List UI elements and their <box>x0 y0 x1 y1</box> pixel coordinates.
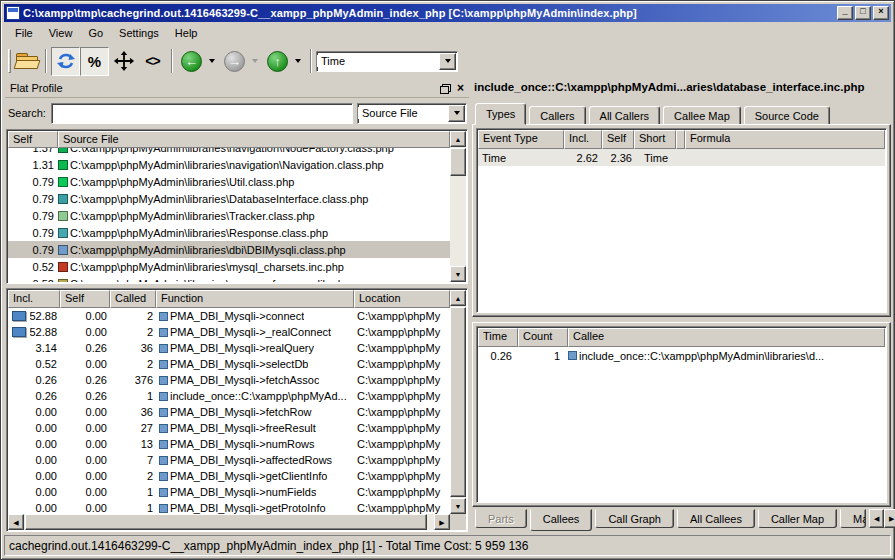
function-row[interactable]: 0.000.001PMA_DBI_Mysqli->numFieldsC:\xam… <box>8 484 450 500</box>
dock-float-icon[interactable] <box>442 84 451 92</box>
source-file-row[interactable]: 1.31C:\xampp\phpMyAdmin\libraries\naviga… <box>8 156 450 173</box>
function-table-horizontal-scrollbar[interactable]: ◀ ▶ <box>8 514 450 530</box>
source-file-row[interactable]: 0.79C:\xampp\phpMyAdmin\libraries\Util.c… <box>8 173 450 190</box>
source-file-row[interactable]: 0.79C:\xampp\phpMyAdmin\libraries\Databa… <box>8 190 450 207</box>
scroll-thumb[interactable] <box>25 514 427 530</box>
menu-file[interactable]: File <box>7 24 41 42</box>
function-row[interactable]: 0.520.002PMA_DBI_Mysqli->selectDbC:\xamp… <box>8 356 450 372</box>
column-header-self[interactable]: Self <box>8 131 58 148</box>
column-header-time[interactable]: Time <box>478 328 518 347</box>
scroll-down-button[interactable]: ▼ <box>450 266 466 282</box>
up-dropdown-arrow[interactable] <box>295 59 301 63</box>
back-button[interactable]: ← <box>177 47 206 76</box>
scroll-thumb[interactable] <box>450 307 466 497</box>
menu-help[interactable]: Help <box>167 24 206 42</box>
scroll-right-button[interactable]: ▶ <box>434 514 450 530</box>
tab-all-callees[interactable]: All Callees <box>677 509 755 528</box>
tab-call-graph[interactable]: Call Graph <box>595 509 674 528</box>
event-type-combobox[interactable]: Time <box>316 51 458 72</box>
forward-button[interactable]: → <box>220 47 249 76</box>
app-icon[interactable] <box>6 6 20 20</box>
function-icon <box>159 328 168 337</box>
scroll-up-button[interactable]: ▲ <box>450 131 466 147</box>
source-file-row[interactable]: 0.79C:\xampp\phpMyAdmin\libraries\Respon… <box>8 224 450 241</box>
file-color-icon <box>58 194 68 204</box>
search-input[interactable] <box>51 103 353 124</box>
callee-row[interactable]: 0.26 1 include_once::C:\xampp\phpMyAdmin… <box>478 347 885 364</box>
function-row[interactable]: 0.000.007PMA_DBI_Mysqli->affectedRowsC:\… <box>8 452 450 468</box>
callees-tab-panel: Time Count Callee 0.26 1 include_once::C… <box>472 322 891 507</box>
function-row[interactable]: 0.260.26376PMA_DBI_Mysqli->fetchAssocC:\… <box>8 372 450 388</box>
event-type-row[interactable]: Time 2.62 2.36 Time <box>478 149 885 166</box>
column-header-function[interactable]: Function <box>156 290 354 308</box>
tab-source-code[interactable]: Source Code <box>744 106 830 125</box>
column-header-location[interactable]: Location <box>354 290 450 308</box>
function-icon <box>159 424 168 433</box>
column-header-count[interactable]: Count <box>518 328 568 347</box>
scroll-left-button[interactable]: ◀ <box>8 514 24 530</box>
grouping-combobox[interactable]: Source File <box>357 103 467 124</box>
column-header-called[interactable]: Called <box>110 290 156 308</box>
column-header-short[interactable]: Short <box>634 130 676 149</box>
tab-scroll-left-button[interactable]: ◀ <box>869 509 884 528</box>
menu-view[interactable]: View <box>41 24 81 42</box>
scroll-up-button[interactable]: ▲ <box>450 290 466 306</box>
function-row[interactable]: 0.000.001PMA_DBI_Mysqli->getProtoInfoC:\… <box>8 500 450 514</box>
column-header-incl[interactable]: Incl. <box>564 130 602 149</box>
column-header-self[interactable]: Self <box>60 290 110 308</box>
column-header-callee[interactable]: Callee <box>568 328 885 347</box>
dock-close-icon[interactable]: × <box>457 82 464 94</box>
toolbar-grip[interactable] <box>8 49 11 73</box>
column-header-event-type[interactable]: Event Type <box>478 130 564 149</box>
file-color-icon <box>58 245 68 255</box>
grouping-combobox-button[interactable] <box>448 105 465 122</box>
function-row[interactable]: 3.140.2636PMA_DBI_Mysqli->realQueryC:\xa… <box>8 340 450 356</box>
function-table-vertical-scrollbar[interactable]: ▲ ▼ <box>450 290 466 514</box>
tab-types[interactable]: Types <box>475 103 526 125</box>
function-row[interactable]: 52.880.002PMA_DBI_Mysqli->_realConnectC:… <box>8 324 450 340</box>
expand-button[interactable]: <> <box>138 47 167 76</box>
tab-callees[interactable]: Callees <box>530 509 593 531</box>
column-header-self[interactable]: Self <box>602 130 634 149</box>
function-name: PMA_DBI_Mysqli->selectDb <box>170 358 308 370</box>
tab-callee-map[interactable]: Callee Map <box>663 106 741 125</box>
menu-go[interactable]: Go <box>80 24 111 42</box>
maximize-button[interactable]: □ <box>855 6 871 20</box>
function-row[interactable]: 0.000.002PMA_DBI_Mysqli->getClientInfoC:… <box>8 468 450 484</box>
menu-settings[interactable]: Settings <box>111 24 167 42</box>
source-file-row[interactable]: 1.37C:\xampp\phpMyAdmin\libraries\naviga… <box>8 148 450 156</box>
close-button[interactable]: × <box>873 6 889 20</box>
column-header-source-file[interactable]: Source File <box>58 131 450 148</box>
tab-machine[interactable]: Machine <box>840 509 866 528</box>
up-button[interactable]: ↑ <box>263 47 292 76</box>
column-header-formula[interactable]: Formula <box>685 130 885 149</box>
up-arrow-icon: ↑ <box>267 51 288 72</box>
forward-dropdown-arrow[interactable] <box>252 59 258 63</box>
function-row[interactable]: 0.000.0027PMA_DBI_Mysqli->freeResultC:\x… <box>8 420 450 436</box>
function-row[interactable]: 0.000.0013PMA_DBI_Mysqli->numRowsC:\xamp… <box>8 436 450 452</box>
minimize-button[interactable]: _ <box>837 6 853 20</box>
source-file-row[interactable]: 0.52C:\xampp\phpMyAdmin\libraries\mysql_… <box>8 258 450 275</box>
file-list-vertical-scrollbar[interactable]: ▲ ▼ <box>450 131 466 282</box>
open-file-button[interactable] <box>12 47 41 76</box>
function-row[interactable]: 0.000.0036PMA_DBI_Mysqli->fetchRowC:\xam… <box>8 404 450 420</box>
source-file-row[interactable]: 0.79C:\xampp\phpMyAdmin\libraries\Tracke… <box>8 207 450 224</box>
cycle-detection-button[interactable] <box>51 47 80 76</box>
function-row[interactable]: 52.880.002PMA_DBI_Mysqli->connectC:\xamp… <box>8 308 450 324</box>
tab-caller-map[interactable]: Caller Map <box>758 509 837 528</box>
event-type-combobox-button[interactable] <box>439 53 456 70</box>
source-file-row[interactable]: 0.52C:\xampp\phpMyAdmin\libraries\user_p… <box>8 275 450 282</box>
tab-parts[interactable]: Parts <box>475 509 527 528</box>
scroll-down-button[interactable]: ▼ <box>450 498 466 514</box>
relative-percent-button[interactable]: % <box>80 47 109 76</box>
column-header-incl[interactable]: Incl. <box>8 290 60 308</box>
source-file-row[interactable]: 0.79C:\xampp\phpMyAdmin\libraries\dbi\DB… <box>8 241 450 258</box>
tab-callers[interactable]: Callers <box>529 106 585 125</box>
function-row[interactable]: 0.260.261include_once::C:\xampp\phpMyAd.… <box>8 388 450 404</box>
tab-scroll-right-button[interactable]: ▶ <box>884 509 895 528</box>
scroll-thumb[interactable] <box>450 148 466 176</box>
move-button[interactable] <box>109 47 138 76</box>
tab-all-callers[interactable]: All Callers <box>589 106 661 125</box>
toolbar-separator <box>310 49 312 73</box>
back-dropdown-arrow[interactable] <box>209 59 215 63</box>
